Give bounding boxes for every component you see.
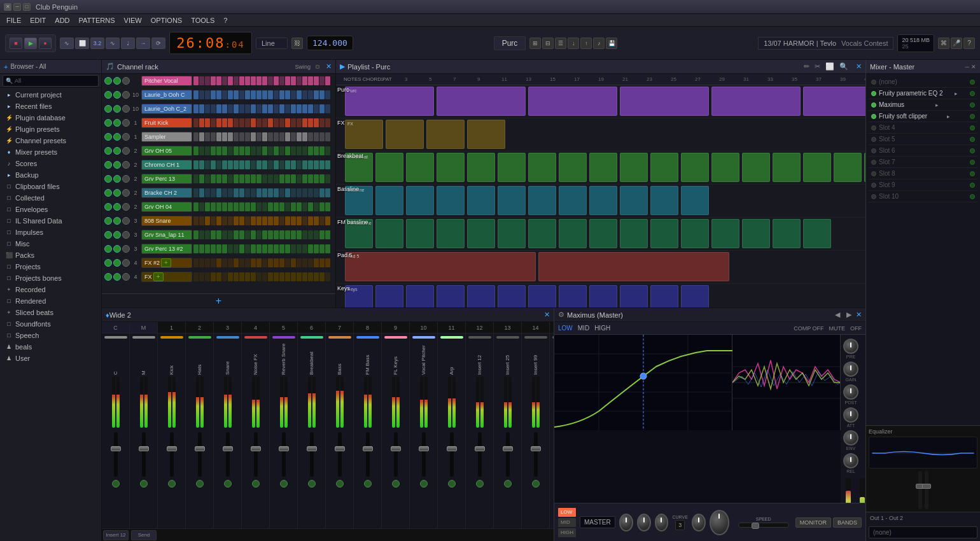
track-segment[interactable] xyxy=(773,219,801,248)
channel-mute-btn[interactable] xyxy=(122,189,130,197)
channel-name-btn[interactable]: Bracke CH 2 xyxy=(141,188,192,198)
pad-8[interactable] xyxy=(239,216,244,225)
pad-10[interactable] xyxy=(251,216,256,225)
pad-2[interactable] xyxy=(205,76,210,85)
mixer-channel-label[interactable]: Insert 12 xyxy=(477,340,482,375)
pad-15[interactable] xyxy=(279,202,284,211)
pad-13[interactable] xyxy=(268,118,273,127)
pad-14[interactable] xyxy=(274,202,279,211)
project-name[interactable]: Purc xyxy=(494,36,526,50)
pad-4[interactable] xyxy=(216,202,221,211)
pad-18[interactable] xyxy=(297,202,302,211)
pad-12[interactable] xyxy=(262,202,267,211)
pad-22[interactable] xyxy=(319,244,325,253)
pad-9[interactable] xyxy=(245,202,250,211)
pad-22[interactable] xyxy=(319,146,325,155)
pad-15[interactable] xyxy=(279,230,284,239)
pad-19[interactable] xyxy=(302,216,307,225)
pad-20[interactable] xyxy=(308,118,313,127)
track-segment[interactable] xyxy=(620,285,648,307)
fader-track[interactable] xyxy=(310,432,314,477)
pad-12[interactable] xyxy=(262,258,267,267)
fader-track[interactable] xyxy=(366,432,370,477)
track-segment[interactable]: Purc xyxy=(345,87,434,116)
pad-15[interactable] xyxy=(279,272,284,281)
pad-22[interactable] xyxy=(319,160,325,169)
pad-7[interactable] xyxy=(234,244,239,253)
playlist-icon[interactable]: ▶ xyxy=(340,62,345,71)
pad-6[interactable] xyxy=(228,76,233,85)
pad-18[interactable] xyxy=(297,244,302,253)
pad-6[interactable] xyxy=(228,132,233,141)
channel-mute-btn[interactable] xyxy=(113,133,121,141)
browser-item-current-project[interactable]: ▸Current project xyxy=(0,89,101,101)
track-segment[interactable] xyxy=(559,285,587,307)
pad-6[interactable] xyxy=(228,258,233,267)
browser-item-plugin-presets[interactable]: ⚡Plugin presets xyxy=(0,123,101,135)
window-controls[interactable]: ✕ ─ □ xyxy=(4,3,31,11)
track-segment[interactable] xyxy=(559,153,587,182)
browser-item-user[interactable]: ♟User xyxy=(0,353,101,364)
pad-8[interactable] xyxy=(239,202,244,211)
pad-7[interactable] xyxy=(234,76,239,85)
pad-6[interactable] xyxy=(228,202,233,211)
fader-thumb[interactable] xyxy=(307,446,317,451)
effect-dot[interactable] xyxy=(871,160,876,165)
track-segment[interactable] xyxy=(406,153,434,182)
channel-mute-btn[interactable] xyxy=(104,77,112,85)
bands-btn[interactable]: BANDS xyxy=(833,517,862,528)
pad-18[interactable] xyxy=(297,272,302,281)
fader-track[interactable] xyxy=(282,432,286,477)
mixer-channel-label[interactable]: Insert 25 xyxy=(505,340,510,375)
pad-9[interactable] xyxy=(245,216,250,225)
pad-23[interactable] xyxy=(325,272,330,281)
toolbar-icon-2[interactable]: ⊟ xyxy=(542,38,554,49)
pad-21[interactable] xyxy=(314,76,319,85)
pad-12[interactable] xyxy=(262,132,267,141)
pad-20[interactable] xyxy=(308,188,313,197)
pad-21[interactable] xyxy=(314,104,319,113)
pad-22[interactable] xyxy=(319,188,325,197)
browser-item-scores[interactable]: ♪Scores xyxy=(0,158,101,169)
pad-23[interactable] xyxy=(325,132,330,141)
fader-track[interactable] xyxy=(450,432,454,477)
metronome-btn[interactable]: ♩ xyxy=(121,38,135,49)
browser-item-beals[interactable]: ♟beals xyxy=(0,341,101,353)
track-segment[interactable] xyxy=(681,186,709,215)
pad-15[interactable] xyxy=(279,146,284,155)
track-segment[interactable] xyxy=(467,186,495,215)
pad-2[interactable] xyxy=(205,90,210,99)
pad-13[interactable] xyxy=(268,104,273,113)
channel-rack-icon[interactable]: 🎵 xyxy=(106,62,115,71)
pad-20[interactable] xyxy=(308,160,313,169)
pad-10[interactable] xyxy=(251,76,256,85)
channel-name-btn[interactable]: Laurie_Ooh C_2 xyxy=(141,104,192,114)
pad-19[interactable] xyxy=(302,258,307,267)
track-segment[interactable] xyxy=(406,186,434,215)
pad-14[interactable] xyxy=(274,272,279,281)
pad-9[interactable] xyxy=(245,90,250,99)
mixer-channel-label[interactable]: Kick xyxy=(169,340,174,375)
pad-6[interactable] xyxy=(228,90,233,99)
pad-11[interactable] xyxy=(256,244,262,253)
send-btn[interactable] xyxy=(308,480,316,488)
pad-1[interactable] xyxy=(199,188,204,197)
pad-0[interactable] xyxy=(193,188,199,197)
channel-mute-btn[interactable] xyxy=(113,189,121,197)
channel-color-bar[interactable] xyxy=(104,336,127,339)
pad-22[interactable] xyxy=(319,202,325,211)
pad-4[interactable] xyxy=(216,132,221,141)
pad-20[interactable] xyxy=(308,76,313,85)
send-label[interactable]: Send xyxy=(131,530,157,540)
none-dropdown[interactable]: (none) xyxy=(869,526,977,538)
mixer-channel-label[interactable]: FL Keys xyxy=(393,340,398,375)
track-segment[interactable] xyxy=(681,285,709,307)
channel-color-bar[interactable] xyxy=(216,336,239,339)
pad-11[interactable] xyxy=(256,104,262,113)
pad-11[interactable] xyxy=(256,216,262,225)
channel-mute-btn[interactable] xyxy=(113,231,121,239)
pad-6[interactable] xyxy=(228,118,233,127)
pad-9[interactable] xyxy=(245,174,250,183)
pad-17[interactable] xyxy=(291,118,296,127)
pad-12[interactable] xyxy=(262,216,267,225)
